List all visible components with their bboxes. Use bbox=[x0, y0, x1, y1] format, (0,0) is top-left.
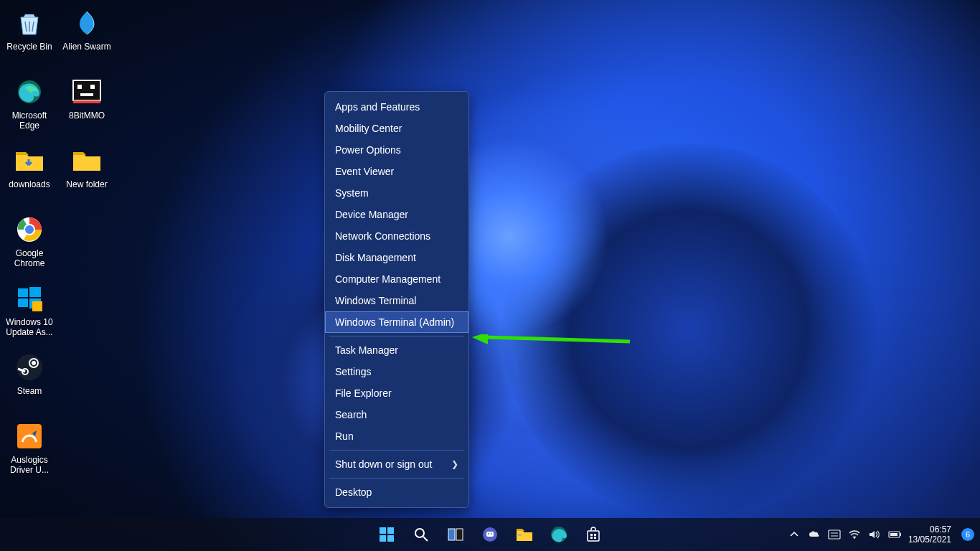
desktop-icon-steam[interactable]: Steam bbox=[3, 349, 56, 418]
desktop-icon-label: Alien Swarm bbox=[62, 42, 110, 52]
menu-item-power-options[interactable]: Power Options bbox=[325, 139, 468, 161]
menu-item-task-manager[interactable]: Task Manager bbox=[325, 339, 468, 361]
menu-item-label: System bbox=[335, 187, 369, 199]
desktop-icon-label: Recycle Bin bbox=[6, 42, 52, 52]
svg-rect-38 bbox=[594, 537, 596, 539]
battery-icon[interactable] bbox=[888, 528, 901, 541]
tray-overflow-button[interactable] bbox=[788, 528, 801, 541]
svg-rect-3 bbox=[90, 85, 95, 89]
menu-item-label: Computer Management bbox=[335, 273, 440, 285]
windows-update-icon bbox=[14, 283, 45, 314]
menu-item-label: Mobility Center bbox=[335, 123, 402, 134]
folder-icon bbox=[71, 145, 103, 176]
sound-icon[interactable] bbox=[868, 528, 881, 541]
chat-button[interactable] bbox=[476, 520, 504, 549]
menu-item-label: Apps and Features bbox=[335, 101, 420, 113]
menu-item-mobility-center[interactable]: Mobility Center bbox=[325, 118, 468, 139]
folder-downloads-icon bbox=[14, 145, 45, 176]
svg-rect-20 bbox=[380, 527, 386, 534]
desktop-icon-label: Steam bbox=[17, 386, 42, 396]
desktop-icon-label: Auslogics Driver U... bbox=[3, 455, 56, 475]
menu-item-label: Shut down or sign out bbox=[335, 458, 432, 470]
svg-rect-29 bbox=[486, 532, 494, 537]
svg-rect-23 bbox=[387, 535, 394, 542]
taskbar-center bbox=[372, 518, 608, 551]
winx-context-menu: Apps and Features Mobility Center Power … bbox=[324, 91, 469, 508]
chrome-icon bbox=[14, 214, 45, 245]
desktop-icon-label: downloads bbox=[9, 179, 50, 189]
desktop-wallpaper bbox=[0, 0, 980, 551]
menu-item-shut-down-or-sign-out[interactable]: Shut down or sign out❯ bbox=[325, 453, 468, 475]
auslogics-icon bbox=[14, 420, 45, 452]
wifi-icon[interactable] bbox=[848, 528, 861, 541]
start-button[interactable] bbox=[372, 520, 401, 549]
svg-marker-19 bbox=[472, 334, 488, 344]
desktop-icon-label: 8BitMMO bbox=[69, 110, 105, 121]
edge-taskbar-button[interactable] bbox=[545, 520, 573, 549]
menu-item-windows-terminal[interactable]: Windows Terminal bbox=[325, 290, 468, 311]
desktop-icon-new-folder[interactable]: New folder bbox=[60, 142, 113, 211]
svg-rect-45 bbox=[890, 533, 897, 536]
menu-item-system[interactable]: System bbox=[325, 182, 468, 204]
steam-icon bbox=[14, 352, 45, 383]
menu-item-windows-terminal-admin[interactable]: Windows Terminal (Admin) bbox=[325, 311, 468, 333]
svg-rect-37 bbox=[590, 537, 593, 539]
menu-item-file-explorer[interactable]: File Explorer bbox=[325, 382, 468, 404]
desktop-icon-downloads[interactable]: downloads bbox=[3, 142, 56, 211]
desktop-icon-chrome[interactable]: Google Chrome bbox=[3, 211, 56, 280]
menu-separator bbox=[329, 450, 464, 451]
menu-item-run[interactable]: Run bbox=[325, 425, 468, 447]
menu-item-settings[interactable]: Settings bbox=[325, 361, 468, 382]
file-explorer-button[interactable] bbox=[510, 520, 539, 549]
menu-item-computer-management[interactable]: Computer Management bbox=[325, 268, 468, 290]
menu-separator bbox=[329, 478, 464, 479]
svg-rect-35 bbox=[590, 534, 593, 536]
menu-item-desktop[interactable]: Desktop bbox=[325, 481, 468, 503]
menu-item-event-viewer[interactable]: Event Viewer bbox=[325, 161, 468, 182]
task-view-button[interactable] bbox=[441, 520, 470, 549]
desktop-icon-label: Windows 10 Update As... bbox=[3, 317, 56, 337]
desktop-icon-empty bbox=[60, 280, 113, 349]
desktop-icon-alien-swarm[interactable]: Alien Swarm bbox=[60, 4, 113, 73]
menu-item-label: Search bbox=[335, 409, 367, 420]
desktop-icon-label: New folder bbox=[66, 179, 107, 189]
recycle-bin-icon bbox=[14, 7, 45, 39]
svg-rect-10 bbox=[18, 298, 28, 307]
menu-item-apps-and-features[interactable]: Apps and Features bbox=[325, 96, 468, 118]
onedrive-icon[interactable] bbox=[808, 528, 821, 541]
system-tray: 06:57 13/05/2021 6 bbox=[788, 518, 974, 551]
taskbar-clock[interactable]: 06:57 13/05/2021 bbox=[908, 524, 954, 545]
search-button[interactable] bbox=[407, 520, 435, 549]
menu-item-label: Power Options bbox=[335, 144, 401, 156]
svg-rect-21 bbox=[387, 527, 394, 534]
desktop-icon-recycle-bin[interactable]: Recycle Bin bbox=[3, 4, 56, 73]
menu-separator bbox=[329, 336, 464, 336]
desktop-icon-auslogics[interactable]: Auslogics Driver U... bbox=[3, 418, 56, 486]
svg-point-30 bbox=[488, 533, 489, 534]
menu-item-network-connections[interactable]: Network Connections bbox=[325, 225, 468, 247]
svg-rect-9 bbox=[29, 287, 41, 297]
clock-time: 06:57 bbox=[908, 524, 951, 534]
desktop-icons-grid: Recycle Bin Alien Swarm Microsoft Edge 8… bbox=[3, 4, 113, 486]
svg-rect-44 bbox=[900, 533, 901, 536]
notification-badge[interactable]: 6 bbox=[961, 528, 974, 541]
menu-item-device-manager[interactable]: Device Manager bbox=[325, 204, 468, 225]
desktop-icon-win10-update[interactable]: Windows 10 Update As... bbox=[3, 280, 56, 349]
menu-item-disk-management[interactable]: Disk Management bbox=[325, 247, 468, 268]
svg-rect-4 bbox=[80, 93, 93, 96]
desktop-icon-8bitmmo[interactable]: 8BitMMO bbox=[60, 73, 113, 142]
svg-rect-1 bbox=[73, 80, 100, 100]
svg-rect-2 bbox=[77, 85, 82, 89]
svg-rect-26 bbox=[448, 529, 455, 540]
menu-item-search[interactable]: Search bbox=[325, 404, 468, 425]
desktop-icon-label: Microsoft Edge bbox=[3, 110, 56, 131]
svg-rect-39 bbox=[829, 530, 840, 539]
svg-rect-32 bbox=[518, 534, 522, 536]
svg-rect-22 bbox=[380, 535, 386, 542]
menu-item-label: File Explorer bbox=[335, 387, 392, 399]
desktop-icon-edge[interactable]: Microsoft Edge bbox=[3, 73, 56, 142]
input-indicator-icon[interactable] bbox=[828, 528, 841, 541]
svg-point-31 bbox=[491, 533, 492, 534]
svg-rect-27 bbox=[456, 529, 463, 540]
store-button[interactable] bbox=[579, 520, 608, 549]
